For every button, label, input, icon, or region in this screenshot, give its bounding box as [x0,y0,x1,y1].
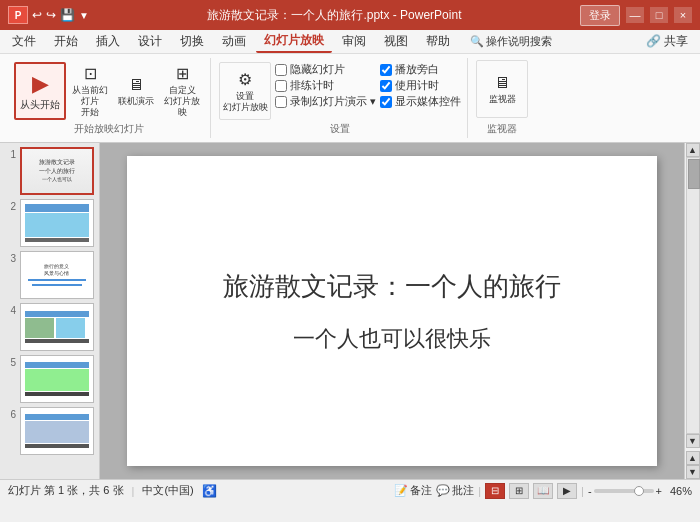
notes-icon: 📝 [394,484,408,497]
btn-current-slide[interactable]: ⊡ 从当前幻灯片开始 [68,62,112,120]
main-area: 1 旅游散文记录一个人的旅行一个人也可以 2 3 旅行的意义风景与心情 [0,143,700,479]
redo-icon[interactable]: ↪ [46,8,56,22]
cb-hide-slides[interactable]: 隐藏幻灯片 [275,62,376,77]
scroll-down-arrow[interactable]: ▼ [686,434,700,448]
comments-btn[interactable]: 💬 批注 [436,483,474,498]
slide-thumb-2[interactable]: 2 [4,199,95,247]
ribbon-slideshow-buttons: ▶ 从头开始 ⊡ 从当前幻灯片开始 🖥 联机演示 ⊞ 自定义幻灯片放映 [14,60,204,120]
lang-indicator: 中文(中国) [142,483,193,498]
menu-file[interactable]: 文件 [4,31,44,52]
zoom-level[interactable]: 46% [664,485,692,497]
status-bar: 幻灯片 第 1 张，共 6 张 | 中文(中国) ♿ 📝 备注 💬 批注 | ⊟… [0,479,700,501]
cb-narration[interactable]: 播放旁白 [380,62,461,77]
title-bar: P ↩ ↪ 💾 ▼ 旅游散文记录：一个人的旅行.pptx - PowerPoin… [0,0,700,30]
monitor-icon: 🖥 [494,74,510,92]
menu-view[interactable]: 视图 [376,31,416,52]
ribbon: ▶ 从头开始 ⊡ 从当前幻灯片开始 🖥 联机演示 ⊞ 自定义幻灯片放映 开始放映… [0,54,700,143]
zoom-slider[interactable] [594,489,654,493]
btn-start-from-beginning[interactable]: ▶ 从头开始 [14,62,66,120]
zoom-control: - + 46% [588,485,692,497]
slide-preview-4 [20,303,94,351]
view-reading[interactable]: 📖 [533,483,553,499]
menu-bar: 文件 开始 插入 设计 切换 动画 幻灯片放映 审阅 视图 帮助 🔍 操作说明搜… [0,30,700,54]
login-button[interactable]: 登录 [580,5,620,26]
maximize-button[interactable]: □ [650,7,668,23]
view-normal[interactable]: ⊟ [485,483,505,499]
menu-insert[interactable]: 插入 [88,31,128,52]
ribbon-group-monitors: 🖥 监视器 监视器 [470,58,534,138]
slide-title: 旅游散文记录：一个人的旅行 [223,269,561,304]
btn-custom-label: 自定义幻灯片放映 [161,85,203,117]
scroll-up-arrow[interactable]: ▲ [686,143,700,157]
btn-monitor[interactable]: 🖥 监视器 [476,60,528,118]
menu-share[interactable]: 🔗 共享 [638,31,696,52]
zoom-down-arrow[interactable]: ▼ [686,465,700,479]
btn-setup[interactable]: ⚙ 设置幻灯片放映 [219,62,271,120]
scroll-thumb[interactable] [688,159,700,189]
view-slide-sorter[interactable]: ⊞ [509,483,529,499]
slide-thumb-4[interactable]: 4 [4,303,95,351]
right-scrollbar: ▲ ▼ ▲ ▼ [684,143,700,479]
group-label-monitors: 监视器 [487,120,517,136]
btn-setup-label: 设置幻灯片放映 [223,91,268,113]
slide-preview-3: 旅行的意义风景与心情 [20,251,94,299]
menu-review[interactable]: 审阅 [334,31,374,52]
slide-preview-5 [20,355,94,403]
btn-custom-slideshow[interactable]: ⊞ 自定义幻灯片放映 [160,62,204,120]
scroll-track[interactable] [686,157,700,434]
accessibility-icon: ♿ [202,484,217,498]
zoom-thumb[interactable] [634,486,644,496]
slide-canvas: 旅游散文记录：一个人的旅行 一个人也可以很快乐 [127,156,657,466]
ribbon-content: ▶ 从头开始 ⊡ 从当前幻灯片开始 🖥 联机演示 ⊞ 自定义幻灯片放映 开始放映… [0,54,700,142]
slide-thumb-1[interactable]: 1 旅游散文记录一个人的旅行一个人也可以 [4,147,95,195]
slide-thumb-5[interactable]: 5 [4,355,95,403]
slide-thumb-3[interactable]: 3 旅行的意义风景与心情 [4,251,95,299]
menu-transitions[interactable]: 切换 [172,31,212,52]
current-slide-icon: ⊡ [84,64,97,83]
slides-panel: 1 旅游散文记录一个人的旅行一个人也可以 2 3 旅行的意义风景与心情 [0,143,100,479]
status-left: 幻灯片 第 1 张，共 6 张 | 中文(中国) ♿ [8,483,217,498]
ribbon-group-slideshow: ▶ 从头开始 ⊡ 从当前幻灯片开始 🖥 联机演示 ⊞ 自定义幻灯片放映 开始放映… [8,58,211,138]
custom-icon: ⊞ [176,64,189,83]
close-button[interactable]: × [674,7,692,23]
setup-icon: ⚙ [238,70,252,89]
setup-checkboxes2: 播放旁白 使用计时 显示媒体控件 [380,62,461,109]
btn-monitor-label: 监视器 [489,94,516,105]
search-box[interactable]: 🔍 操作说明搜索 [464,32,558,51]
menu-design[interactable]: 设计 [130,31,170,52]
title-bar-left: P ↩ ↪ 💾 ▼ [8,6,89,24]
view-slideshow[interactable]: ▶ [557,483,577,499]
zoom-up-arrow[interactable]: ▲ [686,451,700,465]
btn-online-present[interactable]: 🖥 联机演示 [114,62,158,120]
status-right: 📝 备注 💬 批注 | ⊟ ⊞ 📖 ▶ | - + 46% [394,483,692,499]
cb-rehearse[interactable]: 排练计时 [275,78,376,93]
undo-icon[interactable]: ↩ [32,8,42,22]
slide-preview-2 [20,199,94,247]
cb-record[interactable]: 录制幻灯片演示 ▾ [275,94,376,109]
menu-slideshow[interactable]: 幻灯片放映 [256,30,332,53]
setup-content: ⚙ 设置幻灯片放映 隐藏幻灯片 排练计时 录制幻灯片演示 ▾ 播放旁白 使用计时… [219,60,461,120]
ribbon-group-setup: ⚙ 设置幻灯片放映 隐藏幻灯片 排练计时 录制幻灯片演示 ▾ 播放旁白 使用计时… [213,58,468,138]
btn-start-label: 从头开始 [20,99,60,111]
more-icon[interactable]: ▼ [79,10,89,21]
minimize-button[interactable]: — [626,7,644,23]
slide-thumb-6[interactable]: 6 [4,407,95,455]
slide-subtitle: 一个人也可以很快乐 [293,324,491,354]
zoom-out-btn[interactable]: - [588,485,592,497]
search-icon: 🔍 [470,35,484,48]
cb-timing[interactable]: 使用计时 [380,78,461,93]
zoom-in-btn[interactable]: + [656,485,662,497]
title-bar-right: 登录 — □ × [580,5,692,26]
setup-left: ⚙ 设置幻灯片放映 [219,62,271,120]
slide-main-area: 旅游散文记录：一个人的旅行 一个人也可以很快乐 [100,143,684,479]
cb-media[interactable]: 显示媒体控件 [380,94,461,109]
menu-home[interactable]: 开始 [46,31,86,52]
app-icon: P [8,6,28,24]
window-title: 旅游散文记录：一个人的旅行.pptx - PowerPoint [89,7,580,24]
group-label-setup: 设置 [330,120,350,136]
save-icon[interactable]: 💾 [60,8,75,22]
slide-info: 幻灯片 第 1 张，共 6 张 [8,483,124,498]
menu-help[interactable]: 帮助 [418,31,458,52]
menu-animations[interactable]: 动画 [214,31,254,52]
notes-btn[interactable]: 📝 备注 [394,483,432,498]
